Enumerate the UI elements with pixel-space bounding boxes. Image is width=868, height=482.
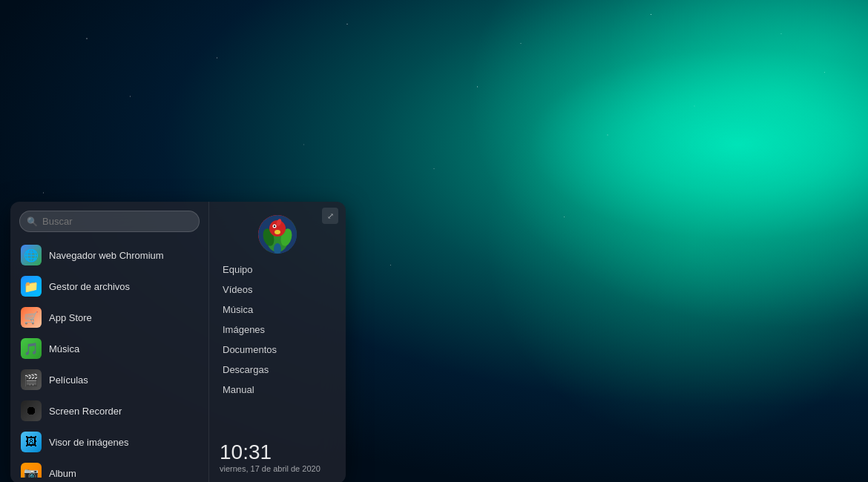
app-label-files: Gestor de archivos	[49, 281, 130, 292]
right-panel: ⤢	[209, 202, 346, 482]
app-list-panel: 🔍 🌐Navegador web Chromium📁Gestor de arch…	[10, 202, 209, 482]
right-nav-item-equipo[interactable]: Equipo	[220, 260, 335, 280]
search-input[interactable]	[19, 211, 200, 232]
app-item-screen[interactable]: ⏺Screen Recorder	[13, 395, 206, 426]
clock-date: viernes, 17 de abril de 2020	[220, 464, 335, 473]
app-label-music: Música	[49, 343, 79, 354]
app-icon-movies: 🎬	[21, 369, 42, 390]
app-item-music[interactable]: 🎵Música	[13, 333, 206, 364]
app-menu: 🔍 🌐Navegador web Chromium📁Gestor de arch…	[10, 202, 346, 482]
app-icon-appstore: 🛒	[21, 307, 42, 328]
right-nav-item-m-sica[interactable]: Música	[220, 300, 335, 320]
right-nav-item-manual[interactable]: Manual	[220, 380, 335, 400]
app-item-movies[interactable]: 🎬Películas	[13, 364, 206, 395]
right-nav-item-descargas[interactable]: Descargas	[220, 360, 335, 380]
app-icon-album: 📷	[21, 463, 42, 478]
app-icon-music: 🎵	[21, 338, 42, 359]
search-container: 🔍	[10, 211, 208, 240]
search-wrapper: 🔍	[19, 211, 200, 232]
right-nav-item-v-deos[interactable]: Vídeos	[220, 280, 335, 300]
right-nav-item-im-genes[interactable]: Imágenes	[220, 320, 335, 340]
app-label-album: Album	[49, 468, 76, 478]
app-label-image: Visor de imágenes	[49, 437, 128, 448]
app-label-screen: Screen Recorder	[49, 406, 122, 417]
right-nav: EquipoVídeosMúsicaImágenesDocumentosDesc…	[209, 260, 346, 436]
expand-button[interactable]: ⤢	[322, 208, 338, 224]
app-label-chromium: Navegador web Chromium	[49, 250, 164, 261]
user-avatar	[258, 215, 297, 254]
right-nav-item-documentos[interactable]: Documentos	[220, 340, 335, 360]
app-icon-image: 🖼	[21, 432, 42, 452]
svg-point-7	[274, 225, 275, 227]
app-item-album[interactable]: 📷Album	[13, 458, 206, 478]
app-icon-files: 📁	[21, 276, 42, 297]
app-item-appstore[interactable]: 🛒App Store	[13, 302, 206, 333]
app-label-appstore: App Store	[49, 312, 92, 323]
app-item-image[interactable]: 🖼Visor de imágenes	[13, 426, 206, 458]
clock-time: 10:31	[220, 442, 335, 463]
svg-point-5	[274, 230, 280, 234]
app-label-movies: Películas	[49, 374, 88, 386]
app-item-chromium[interactable]: 🌐Navegador web Chromium	[13, 240, 206, 271]
clock-section: 10:31 viernes, 17 de abril de 2020	[209, 438, 346, 476]
app-icon-screen: ⏺	[21, 400, 42, 421]
app-item-files[interactable]: 📁Gestor de archivos	[13, 271, 206, 302]
app-icon-chromium: 🌐	[21, 245, 42, 265]
app-list: 🌐Navegador web Chromium📁Gestor de archiv…	[10, 240, 208, 478]
